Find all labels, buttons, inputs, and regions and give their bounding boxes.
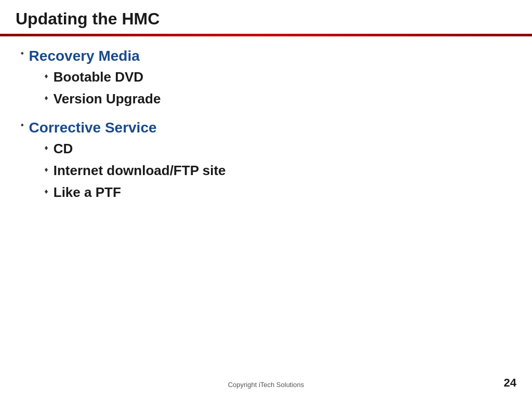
sub-bullet-3: ♦: [45, 143, 48, 152]
list-item-bootable-dvd: ♦ Bootable DVD: [45, 69, 161, 86]
sub-bullet-2: ♦: [45, 94, 48, 102]
list-item-like-ptf: ♦ Like a PTF: [45, 184, 226, 202]
slide-number: 24: [504, 376, 516, 390]
internet-download-label: Internet download/FTP site: [54, 162, 226, 180]
slide-title: Updating the HMC: [16, 9, 516, 29]
header-section: Updating the HMC: [0, 0, 532, 34]
main-list: • Recovery Media ♦ Bootable DVD ♦ Versio…: [21, 47, 511, 207]
slide-container: Updating the HMC • Recovery Media ♦ Boot…: [0, 0, 532, 399]
content-section: • Recovery Media ♦ Bootable DVD ♦ Versio…: [0, 36, 532, 222]
sub-bullet-1: ♦: [45, 72, 48, 80]
list-item-version-upgrade: ♦ Version Upgrade: [45, 90, 161, 108]
list-item-cd: ♦ CD: [45, 140, 226, 158]
bootable-dvd-label: Bootable DVD: [54, 69, 143, 86]
footer-section: Copyright iTech Solutions: [0, 381, 532, 389]
list-item-recovery-media: • Recovery Media ♦ Bootable DVD ♦ Versio…: [21, 47, 511, 113]
list-item-corrective-service: • Corrective Service ♦ CD ♦ Internet dow…: [21, 118, 511, 207]
main-bullet-recovery: •: [21, 49, 24, 58]
version-upgrade-label: Version Upgrade: [54, 90, 161, 108]
copyright-text: Copyright iTech Solutions: [228, 381, 304, 389]
cd-label: CD: [54, 140, 73, 158]
sub-bullet-5: ♦: [45, 187, 48, 195]
list-item-internet-download: ♦ Internet download/FTP site: [45, 162, 226, 180]
sub-list-corrective: ♦ CD ♦ Internet download/FTP site ♦ Like…: [45, 140, 226, 201]
sub-bullet-4: ♦: [45, 165, 48, 174]
corrective-service-label: Corrective Service: [29, 119, 157, 136]
sub-list-recovery: ♦ Bootable DVD ♦ Version Upgrade: [45, 69, 161, 108]
main-bullet-corrective: •: [21, 121, 24, 130]
recovery-media-label: Recovery Media: [29, 48, 140, 64]
like-ptf-label: Like a PTF: [54, 184, 121, 202]
